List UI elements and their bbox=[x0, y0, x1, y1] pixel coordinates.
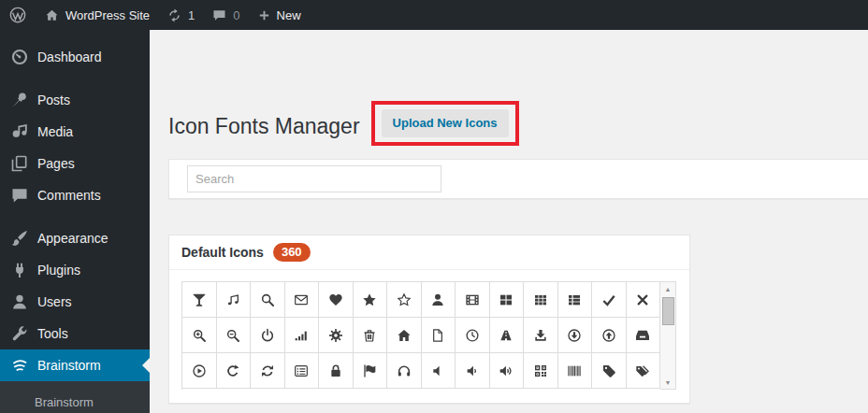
scroll-up-icon[interactable]: ▲ bbox=[660, 282, 675, 295]
refresh-icon[interactable] bbox=[251, 353, 285, 389]
download-icon[interactable] bbox=[524, 318, 558, 353]
martini-glass-icon[interactable] bbox=[182, 282, 217, 318]
sidebar-item-dashboard[interactable]: Dashboard bbox=[0, 41, 150, 73]
sidebar-item-plugins[interactable]: Plugins bbox=[0, 254, 150, 286]
sidebar-item-media[interactable]: Media bbox=[0, 116, 150, 148]
volume-off-icon[interactable] bbox=[422, 353, 456, 389]
comments-bubble-icon bbox=[211, 7, 227, 23]
sidebar-item-appearance[interactable]: Appearance bbox=[0, 222, 150, 254]
sidebar-item-label: Users bbox=[37, 294, 72, 309]
sidebar-menu: DashboardPostsMediaPagesCommentsAppearan… bbox=[0, 30, 150, 381]
default-icons-panel: Default Icons 360 ▲ ▼ bbox=[168, 235, 690, 404]
sidebar-item-comments[interactable]: Comments bbox=[0, 179, 150, 211]
star-outline-icon[interactable] bbox=[387, 282, 422, 318]
heart-icon[interactable] bbox=[319, 282, 354, 318]
pages-icon bbox=[10, 154, 29, 173]
th-list-icon[interactable] bbox=[558, 282, 593, 318]
tag-icon[interactable] bbox=[592, 353, 627, 389]
headphones-icon[interactable] bbox=[387, 353, 422, 389]
plugins-icon bbox=[10, 261, 29, 279]
star-icon[interactable] bbox=[354, 282, 388, 318]
play-circle-icon[interactable] bbox=[182, 353, 217, 389]
tools-icon bbox=[10, 324, 29, 343]
updates-icon bbox=[166, 7, 182, 23]
posts-icon bbox=[10, 91, 29, 109]
search-panel bbox=[168, 159, 868, 199]
sidebar-item-label: Appearance bbox=[37, 231, 108, 246]
gear-icon[interactable] bbox=[319, 318, 354, 353]
envelope-icon[interactable] bbox=[285, 282, 320, 318]
panel-body: ▲ ▼ bbox=[169, 270, 689, 403]
clock-icon[interactable] bbox=[456, 318, 490, 353]
appearance-icon bbox=[10, 229, 29, 248]
admin-sidebar: DashboardPostsMediaPagesCommentsAppearan… bbox=[0, 30, 150, 413]
upload-new-icons-button[interactable]: Upload New Icons bbox=[382, 109, 509, 137]
scroll-down-icon[interactable]: ▼ bbox=[660, 376, 675, 389]
dashboard-icon bbox=[10, 48, 29, 66]
sidebar-item-label: Comments bbox=[37, 188, 101, 203]
sidebar-item-label: Posts bbox=[37, 93, 70, 107]
user-icon[interactable] bbox=[422, 282, 456, 318]
submenu-item-brainstorm[interactable]: Brainstorm bbox=[0, 389, 150, 413]
search-icon[interactable] bbox=[251, 282, 285, 318]
panel-title: Default Icons bbox=[181, 245, 264, 260]
search-plus-icon[interactable] bbox=[182, 318, 217, 353]
arrow-circle-down-icon[interactable] bbox=[558, 318, 593, 353]
qrcode-icon[interactable] bbox=[524, 353, 558, 389]
sidebar-item-brainstorm[interactable]: Brainstorm bbox=[0, 349, 150, 381]
admin-bar: WordPress Site 1 0 New bbox=[0, 0, 868, 30]
wordpress-menu[interactable] bbox=[0, 0, 36, 30]
plus-icon bbox=[257, 8, 271, 22]
tags-icon[interactable] bbox=[627, 353, 661, 389]
times-icon[interactable] bbox=[627, 282, 661, 318]
volume-down-icon[interactable] bbox=[456, 353, 490, 389]
page-header: Icon Fonts Manager Upload New Icons bbox=[168, 101, 519, 146]
brainstorm-icon bbox=[10, 356, 29, 375]
sidebar-item-users[interactable]: Users bbox=[0, 286, 150, 318]
sidebar-item-label: Pages bbox=[37, 156, 75, 171]
icon-count-badge: 360 bbox=[273, 243, 311, 262]
annotation-highlight-box: Upload New Icons bbox=[371, 101, 519, 146]
barcode-icon[interactable] bbox=[558, 353, 593, 389]
comment-count: 0 bbox=[233, 8, 239, 22]
power-off-icon[interactable] bbox=[251, 318, 285, 353]
sidebar-item-label: Tools bbox=[37, 326, 68, 341]
music-icon[interactable] bbox=[217, 282, 252, 318]
volume-up-icon[interactable] bbox=[490, 353, 525, 389]
check-icon[interactable] bbox=[592, 282, 627, 318]
media-icon bbox=[10, 122, 29, 141]
active-item-arrow bbox=[142, 358, 150, 373]
new-content-link[interactable]: New bbox=[249, 0, 310, 30]
sidebar-item-tools[interactable]: Tools bbox=[0, 318, 150, 349]
list-alt-icon[interactable] bbox=[285, 353, 320, 389]
sidebar-submenu: Brainstorm bbox=[0, 381, 150, 413]
updates-link[interactable]: 1 bbox=[158, 0, 203, 30]
road-icon[interactable] bbox=[490, 318, 525, 353]
icon-grid bbox=[181, 281, 660, 390]
search-minus-icon[interactable] bbox=[217, 318, 252, 353]
new-label: New bbox=[277, 8, 301, 22]
sidebar-item-label: Media bbox=[37, 124, 73, 139]
site-link[interactable]: WordPress Site bbox=[36, 0, 158, 30]
comments-link[interactable]: 0 bbox=[203, 0, 248, 30]
comments-icon bbox=[10, 186, 29, 205]
signal-icon[interactable] bbox=[285, 318, 320, 353]
search-input[interactable] bbox=[187, 165, 441, 192]
th-icon[interactable] bbox=[524, 282, 558, 318]
th-large-icon[interactable] bbox=[490, 282, 525, 318]
scrollbar-thumb[interactable] bbox=[662, 297, 674, 325]
lock-icon[interactable] bbox=[319, 353, 354, 389]
trash-icon[interactable] bbox=[354, 318, 388, 353]
sidebar-item-posts[interactable]: Posts bbox=[0, 84, 150, 116]
rotate-right-icon[interactable] bbox=[217, 353, 252, 389]
main-content: Icon Fonts Manager Upload New Icons Defa… bbox=[150, 30, 868, 413]
arrow-circle-up-icon[interactable] bbox=[592, 318, 627, 353]
inbox-icon[interactable] bbox=[627, 318, 661, 353]
file-icon[interactable] bbox=[422, 318, 456, 353]
wordpress-logo-icon bbox=[8, 6, 27, 24]
sidebar-item-pages[interactable]: Pages bbox=[0, 148, 150, 179]
icon-grid-scrollbar[interactable]: ▲ ▼ bbox=[660, 281, 676, 390]
film-icon[interactable] bbox=[456, 282, 490, 318]
home-icon[interactable] bbox=[387, 318, 422, 353]
flag-icon[interactable] bbox=[354, 353, 388, 389]
